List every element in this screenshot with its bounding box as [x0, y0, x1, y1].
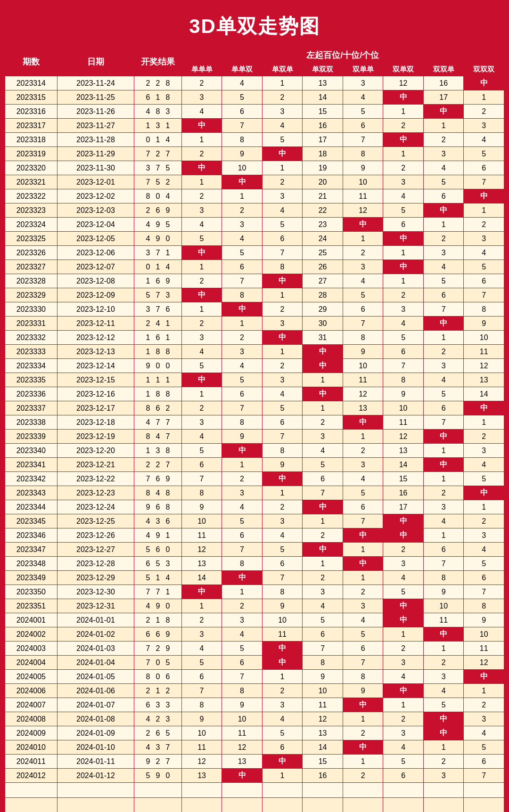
cell-val-6: 5	[423, 274, 464, 288]
cell-val-7: 3	[464, 712, 504, 726]
cell-val-0: 2	[181, 613, 222, 627]
cell-kaijang: 900	[134, 359, 182, 373]
cell-val-2: 2	[262, 500, 303, 514]
cell-val-6: 3	[423, 359, 464, 373]
cell-val-2: 2	[262, 684, 303, 698]
cell-val-2: 中	[262, 755, 303, 769]
cell-kaijang: 848	[134, 486, 182, 500]
cell-val-4: 12	[343, 203, 383, 218]
cell-val-6: 1	[423, 119, 464, 133]
th-col-7: 双双双	[464, 63, 504, 76]
cell-qishu: 2023330	[5, 302, 57, 317]
cell-val-4: 10	[343, 359, 383, 373]
table-row: 20240042024-01-0470556中873212	[5, 656, 504, 670]
cell-val-1: 4	[222, 359, 263, 373]
cell-val-0: 5	[181, 232, 222, 246]
cell-val-1: 5	[222, 514, 263, 528]
cell-riqi: 2023-12-21	[57, 458, 134, 472]
cell-val-3: 中	[303, 387, 343, 401]
cell-qishu: 2023335	[5, 373, 57, 387]
cell-riqi: 2023-11-28	[57, 133, 134, 147]
cell-val-7: 12	[464, 359, 504, 373]
cell-val-0: 3	[181, 90, 222, 105]
cell-val-0: 4	[181, 105, 222, 119]
cell-riqi: 2023-12-13	[57, 345, 134, 359]
cell-val-2: 6	[262, 415, 303, 430]
cell-val-2: 1	[262, 345, 303, 359]
table-row: 20233452023-12-25436105317中42	[5, 514, 504, 528]
table-row: 20233412023-12-212276195314中4	[5, 458, 504, 472]
cell-qishu: 2023329	[5, 288, 57, 302]
cell-val-2: 1	[262, 769, 303, 783]
cell-val-2: 1	[262, 161, 303, 175]
cell-val-4: 3	[343, 599, 383, 613]
cell-val-3: 31	[303, 331, 343, 345]
cell-val-0: 6	[181, 458, 222, 472]
cell-kaijang: 218	[134, 613, 182, 627]
cell-val-3: 7	[303, 486, 343, 500]
cell-val-2: 9	[262, 599, 303, 613]
cell-val-5: 6	[383, 218, 424, 232]
cell-qishu: 2024009	[5, 726, 57, 740]
cell-val-2: 1	[262, 76, 303, 90]
table-row: 20233482023-12-2865313861中375	[5, 557, 504, 571]
cell-qishu: 2023349	[5, 571, 57, 585]
cell-kaijang: 705	[134, 656, 182, 670]
cell-kaijang: 927	[134, 755, 182, 769]
cell-val-6: 6	[423, 401, 464, 415]
cell-kaijang: 477	[134, 415, 182, 430]
cell-kaijang: 804	[134, 189, 182, 203]
cell-val-7: 9	[464, 613, 504, 627]
table-row: 20233282023-12-0816927中274156	[5, 274, 504, 288]
cell-kaijang: 806	[134, 670, 182, 684]
cell-val-4: 1	[343, 232, 383, 246]
cell-val-6: 7	[423, 557, 464, 571]
cell-kaijang: 111	[134, 373, 182, 387]
cell-val-1: 4	[222, 76, 263, 90]
cell-val-4: 7	[343, 317, 383, 331]
cell-val-4: 中	[343, 528, 383, 543]
cell-riqi: 2023-12-15	[57, 373, 134, 387]
cell-val-7: 中	[464, 401, 504, 415]
cell-val-4: 中	[343, 698, 383, 712]
cell-val-0: 3	[181, 415, 222, 430]
cell-val-4: 9	[343, 345, 383, 359]
cell-val-1: 10	[222, 161, 263, 175]
cell-val-0: 1	[181, 133, 222, 147]
cell-kaijang: 514	[134, 571, 182, 585]
cell-kaijang: 771	[134, 585, 182, 599]
cell-val-5: 1	[383, 627, 424, 641]
cell-val-0: 1	[181, 387, 222, 401]
cell-qishu: 2023317	[5, 119, 57, 133]
cell-val-0: 中	[181, 161, 222, 175]
cell-val-3: 8	[303, 656, 343, 670]
cell-val-5: 1	[383, 698, 424, 712]
cell-val-1: 5	[222, 373, 263, 387]
cell-riqi: 2024-01-10	[57, 740, 134, 755]
cell-val-0: 1	[181, 599, 222, 613]
cell-val-4: 3	[343, 260, 383, 274]
cell-val-7: 10	[464, 627, 504, 641]
cell-val-5: 5	[383, 755, 424, 769]
cell-qishu: 2023351	[5, 599, 57, 613]
cell-val-1: 1	[222, 189, 263, 203]
main-table: 期数 日期 开奖结果 左起百位/十位/个位 单单单 单单双 单双单 单双双 双单…	[5, 47, 504, 812]
cell-riqi: 2023-11-30	[57, 161, 134, 175]
cell-kaijang: 437	[134, 740, 182, 755]
cell-val-3: 20	[303, 175, 343, 189]
cell-qishu: 2024012	[5, 769, 57, 783]
cell-val-7: 6	[464, 571, 504, 585]
cell-val-6: 1	[423, 472, 464, 486]
cell-val-4: 4	[343, 90, 383, 105]
cell-val-6: 17	[423, 90, 464, 105]
cell-val-1: 5	[222, 90, 263, 105]
cell-val-4: 2	[343, 444, 383, 458]
cell-val-1: 6	[222, 260, 263, 274]
cell-val-5: 4	[383, 740, 424, 755]
cell-val-5: 3	[383, 726, 424, 740]
cell-qishu: 2023350	[5, 585, 57, 599]
cell-riqi: 2023-12-24	[57, 500, 134, 514]
cell-val-5: 3	[383, 557, 424, 571]
cell-val-0: 中	[181, 373, 222, 387]
cell-val-4: 8	[343, 331, 383, 345]
